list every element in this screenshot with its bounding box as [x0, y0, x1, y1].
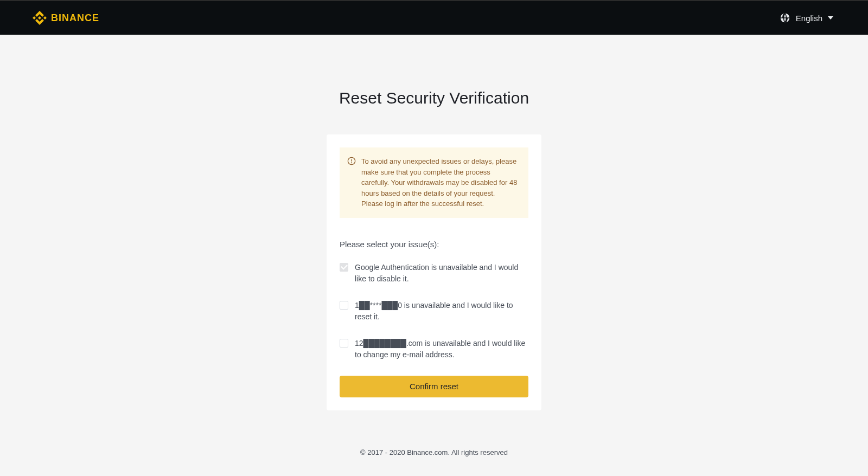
- issue-label: 1██****███0 is unavailable and I would l…: [355, 300, 528, 323]
- issue-item-email[interactable]: 12████████.com is unavailable and I woul…: [340, 338, 528, 361]
- issue-label: Google Authentication is unavailable and…: [355, 262, 528, 285]
- issue-list: Google Authentication is unavailable and…: [340, 262, 528, 361]
- warning-banner: To avoid any unexpected issues or delays…: [340, 147, 528, 218]
- binance-logo-icon: [33, 11, 47, 25]
- page-title: Reset Security Verification: [33, 89, 835, 107]
- issue-label: 12████████.com is unavailable and I woul…: [355, 338, 528, 361]
- issue-item-google-auth[interactable]: Google Authentication is unavailable and…: [340, 262, 528, 285]
- brand-name: BINANCE: [51, 12, 99, 24]
- svg-point-2: [352, 163, 352, 163]
- checkbox[interactable]: [340, 263, 348, 272]
- warning-icon: [347, 157, 356, 165]
- issue-prompt: Please select your issue(s):: [340, 240, 528, 249]
- checkbox[interactable]: [340, 339, 348, 348]
- main-content: Reset Security Verification To avoid any…: [33, 35, 835, 473]
- brand-logo[interactable]: BINANCE: [33, 11, 99, 25]
- confirm-reset-button[interactable]: Confirm reset: [340, 376, 528, 397]
- reset-card: To avoid any unexpected issues or delays…: [327, 134, 541, 410]
- app-header: BINANCE English: [0, 0, 868, 35]
- issue-item-phone[interactable]: 1██****███0 is unavailable and I would l…: [340, 300, 528, 323]
- checkbox[interactable]: [340, 301, 348, 310]
- warning-text: To avoid any unexpected issues or delays…: [361, 156, 520, 209]
- caret-down-icon: [828, 16, 833, 20]
- footer-copyright: © 2017 - 2020 Binance.com. All rights re…: [33, 448, 835, 473]
- globe-icon: [780, 12, 790, 23]
- language-label: English: [796, 14, 822, 23]
- language-selector[interactable]: English: [780, 12, 855, 23]
